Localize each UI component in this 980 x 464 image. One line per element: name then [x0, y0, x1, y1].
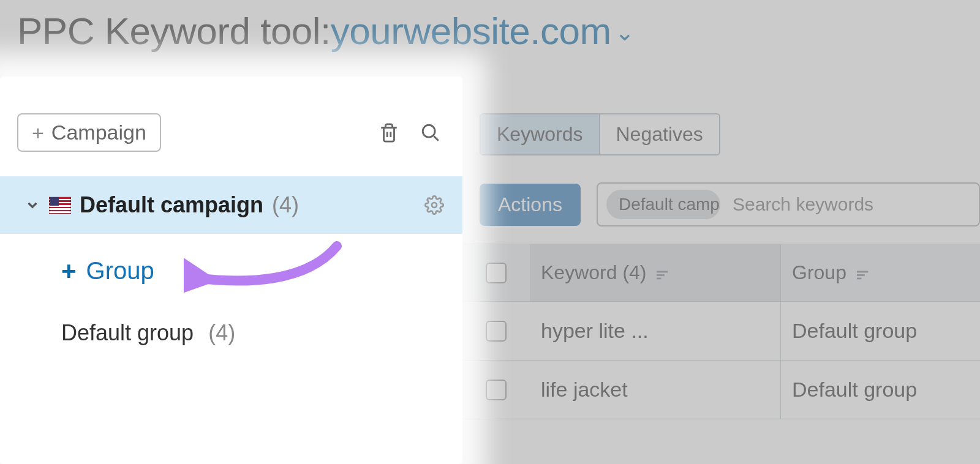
svg-point-0	[423, 125, 435, 137]
annotation-arrow-icon	[184, 240, 349, 295]
campaign-count: (4)	[272, 192, 299, 218]
cell-keyword[interactable]: life jacket	[530, 361, 781, 419]
keywords-table: Keyword (4) Group hyper lite ... Default…	[462, 244, 980, 419]
flag-us-icon	[49, 196, 71, 214]
add-group-label: Group	[86, 257, 154, 285]
svg-rect-3	[657, 274, 665, 276]
search-box[interactable]: Default campa	[597, 182, 980, 226]
campaign-row[interactable]: Default campaign (4)	[0, 176, 462, 234]
chevron-down-icon	[24, 197, 40, 213]
add-campaign-button[interactable]: + Campaign	[17, 113, 161, 152]
select-all-checkbox[interactable]	[486, 263, 507, 283]
svg-rect-6	[857, 274, 865, 276]
tab-negatives[interactable]: Negatives	[599, 114, 719, 154]
plus-icon: +	[32, 122, 44, 143]
sort-icon	[657, 269, 670, 280]
group-count: (4)	[208, 320, 235, 345]
column-keyword[interactable]: Keyword (4)	[530, 244, 781, 301]
plus-icon: +	[61, 258, 77, 284]
trash-icon	[379, 121, 399, 144]
add-campaign-label: Campaign	[51, 121, 146, 144]
chevron-down-icon: ⌄	[615, 19, 635, 46]
tab-bar: Keywords Negatives	[480, 113, 720, 155]
svg-rect-2	[657, 271, 668, 273]
group-name: Default group	[61, 320, 194, 345]
filter-chip[interactable]: Default campa	[606, 190, 720, 219]
column-keyword-label: Keyword (4)	[541, 261, 647, 283]
cell-group[interactable]: Default group	[781, 361, 980, 419]
table-row: hyper lite ... Default group	[462, 302, 980, 361]
group-row[interactable]: Default group (4)	[0, 302, 462, 358]
trash-button[interactable]	[374, 118, 404, 148]
campaign-name: Default campaign	[80, 192, 263, 218]
svg-rect-5	[857, 271, 868, 273]
page-title: PPC Keyword tool:yourwebsite.com⌄	[17, 9, 963, 53]
row-checkbox[interactable]	[486, 321, 507, 342]
svg-rect-7	[857, 278, 861, 280]
search-input[interactable]	[731, 193, 967, 215]
add-group-button[interactable]: + Group	[0, 234, 462, 302]
search-button[interactable]	[416, 118, 445, 148]
column-group-label: Group	[792, 261, 846, 283]
domain-text: yourwebsite.com	[331, 10, 611, 52]
campaign-settings-button[interactable]	[424, 195, 444, 215]
title-text: PPC Keyword tool:	[17, 10, 331, 52]
domain-selector[interactable]: yourwebsite.com⌄	[331, 10, 634, 52]
column-group[interactable]: Group	[781, 244, 980, 301]
svg-rect-4	[657, 278, 661, 280]
table-header: Keyword (4) Group	[462, 244, 980, 302]
row-checkbox[interactable]	[486, 380, 507, 400]
sort-icon	[857, 269, 870, 280]
search-icon	[420, 122, 441, 143]
select-all-cell	[462, 244, 530, 301]
cell-group[interactable]: Default group	[781, 302, 980, 360]
actions-button[interactable]: Actions	[480, 184, 581, 226]
svg-point-1	[432, 203, 437, 208]
table-row: life jacket Default group	[462, 361, 980, 419]
gear-icon	[424, 195, 444, 215]
cell-keyword[interactable]: hyper lite ...	[530, 302, 781, 360]
campaign-sidebar: + Campaign Default campaign	[0, 77, 462, 464]
tab-keywords[interactable]: Keywords	[481, 114, 599, 154]
keywords-panel: Keywords Negatives Actions Default campa…	[462, 77, 980, 464]
